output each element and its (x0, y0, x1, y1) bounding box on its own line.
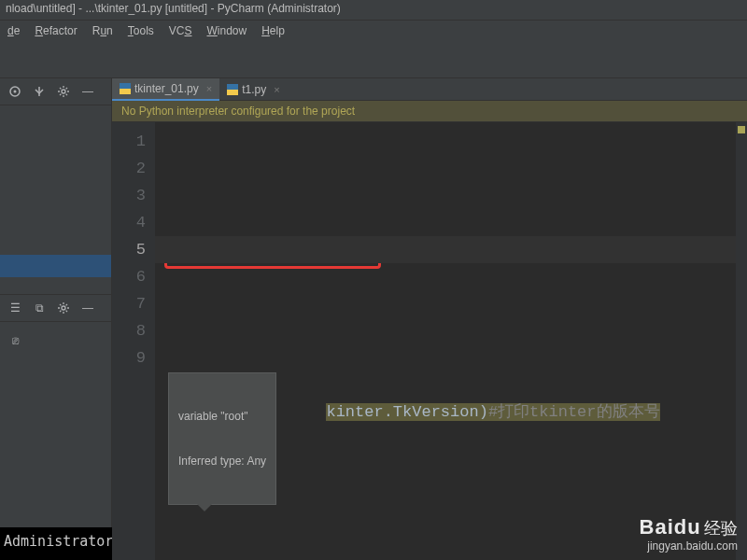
svg-point-4 (62, 306, 65, 310)
notification-text: No Python interpreter configured for the… (121, 105, 355, 118)
menu-run[interactable]: Run (85, 22, 120, 39)
code-editor[interactable]: 1 2 3 4 5 6 7 8 9 from tkinter import * … (112, 122, 747, 560)
watermark-url: jingyan.baidu.com (640, 539, 738, 553)
tab-label: tkinter_01.py (134, 82, 199, 95)
main-area: — ☰ ⧉ — ⎚ tkinter_01.py × t1.py × (0, 78, 747, 527)
line-number: 2 (112, 155, 146, 182)
line-number-current: 5 (112, 236, 146, 263)
gear-icon[interactable] (54, 82, 73, 101)
structure-tool-window-icon[interactable]: ⎚ (0, 331, 111, 350)
watermark-cn: 经验 (704, 519, 738, 538)
svg-rect-5 (120, 83, 131, 89)
tab-label: t1.py (242, 83, 266, 96)
left-panel: — ☰ ⧉ — ⎚ (0, 78, 112, 527)
tooltip-line: Inferred type: Any (178, 454, 266, 469)
navigation-toolbar (0, 41, 747, 78)
tab-t1[interactable]: t1.py × (219, 78, 287, 101)
python-file-icon (120, 83, 131, 94)
structure-toolbar: ☰ ⧉ — (0, 294, 111, 322)
sort-icon[interactable]: ☰ (6, 299, 24, 317)
line-number: 8 (112, 317, 146, 344)
expand-icon[interactable] (30, 82, 49, 101)
type-info-tooltip: variable "root" Inferred type: Any (168, 372, 276, 505)
filter-icon[interactable]: ⧉ (30, 299, 49, 317)
window-title-bar: nload\untitled] - ...\tkinter_01.py [unt… (0, 0, 747, 21)
svg-rect-8 (227, 90, 238, 95)
close-icon[interactable]: × (206, 83, 212, 94)
editor-column: tkinter_01.py × t1.py × No Python interp… (112, 78, 747, 527)
caret-line-highlight (155, 236, 736, 263)
target-icon[interactable] (6, 82, 24, 101)
editor-tabs: tkinter_01.py × t1.py × (112, 78, 747, 101)
interpreter-warning[interactable]: No Python interpreter configured for the… (112, 101, 747, 122)
watermark: Baidu 经验 jingyan.baidu.com (640, 515, 738, 553)
line-number: 6 (112, 263, 146, 290)
line-number: 9 (112, 344, 146, 371)
line-number: 4 (112, 209, 146, 236)
line-gutter[interactable]: 1 2 3 4 5 6 7 8 9 (112, 122, 155, 560)
python-file-icon (227, 84, 238, 95)
tooltip-line: variable "root" (178, 409, 266, 424)
menu-window[interactable]: Window (199, 22, 254, 39)
close-icon[interactable]: × (274, 84, 279, 95)
code-line-2: variable "root" Inferred type: Any print… (164, 344, 736, 371)
gear-icon[interactable] (54, 299, 73, 317)
menu-code[interactable]: de (0, 22, 27, 39)
code-lines[interactable]: from tkinter import * variable "root" In… (155, 122, 736, 560)
menu-help[interactable]: Help (254, 22, 292, 39)
error-stripe[interactable] (736, 122, 747, 560)
main-menu-bar: de Refactor Run Tools VCS Window Help (0, 21, 747, 41)
hide-icon[interactable]: — (78, 82, 97, 101)
line-number: 7 (112, 290, 146, 317)
watermark-brand: Baidu (640, 515, 701, 539)
hide-icon[interactable]: — (78, 299, 97, 317)
svg-point-3 (62, 90, 65, 93)
view-toolbar: — (0, 78, 111, 105)
line-number: 1 (112, 128, 146, 155)
tab-tkinter01[interactable]: tkinter_01.py × (112, 78, 219, 101)
menu-tools[interactable]: Tools (120, 22, 162, 39)
line-number: 3 (112, 182, 146, 209)
menu-vcs[interactable]: VCS (162, 22, 200, 39)
menu-refactor[interactable]: Refactor (27, 22, 84, 39)
svg-point-1 (14, 91, 17, 93)
selection-bar (0, 255, 111, 277)
svg-rect-6 (120, 89, 131, 94)
warning-marker[interactable] (738, 126, 745, 133)
svg-rect-7 (227, 84, 238, 90)
window-title: nload\untitled] - ...\tkinter_01.py [unt… (6, 2, 341, 15)
